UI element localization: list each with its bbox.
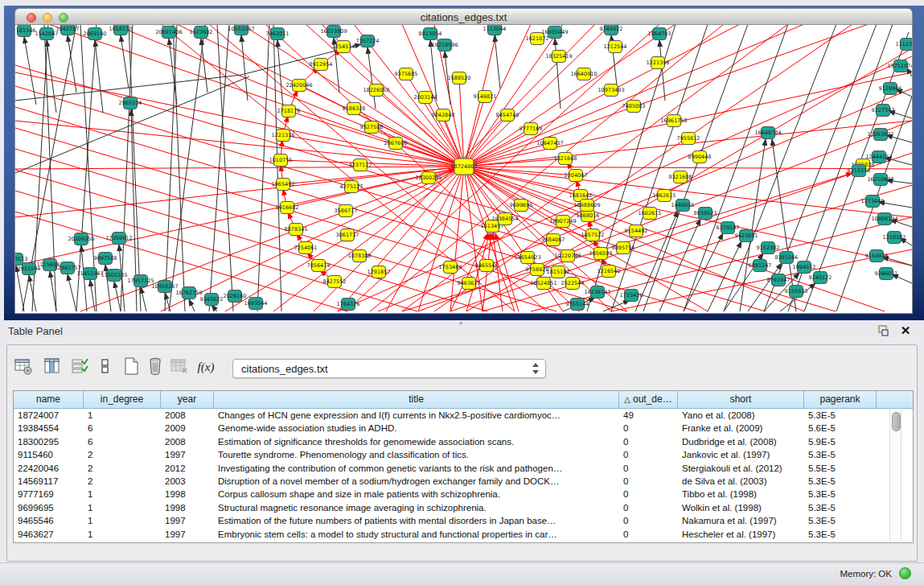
- network-node[interactable]: 10120746: [554, 250, 581, 262]
- network-node[interactable]: 1588520: [448, 72, 471, 84]
- network-node[interactable]: 1112344: [896, 39, 912, 51]
- network-node[interactable]: 8878345: [285, 224, 308, 236]
- network-node[interactable]: 20691406: [155, 27, 182, 39]
- network-node[interactable]: 9245122: [809, 272, 832, 284]
- network-node[interactable]: 1113044: [483, 25, 507, 35]
- network-edge[interactable]: [464, 25, 740, 167]
- network-node[interactable]: 9097588: [94, 253, 117, 265]
- network-node[interactable]: 1856503: [589, 248, 613, 260]
- network-node[interactable]: 8321608: [669, 171, 692, 183]
- network-edge[interactable]: [211, 305, 217, 311]
- network-node[interactable]: 19218596: [431, 39, 458, 51]
- network-node[interactable]: 3586717: [335, 205, 358, 217]
- network-node[interactable]: 8791947: [767, 274, 791, 286]
- network-node[interactable]: 10647437: [536, 138, 563, 150]
- network-node[interactable]: 9129966: [879, 83, 902, 95]
- network-node[interactable]: 1753464: [439, 262, 462, 274]
- network-edge[interactable]: [47, 40, 56, 113]
- delete-columns-icon[interactable]: [146, 356, 166, 377]
- network-node[interactable]: 8454749: [496, 109, 519, 122]
- table-row[interactable]: 1830029562008Estimation of significance …: [14, 435, 913, 448]
- network-node[interactable]: 9227343: [872, 105, 895, 117]
- column-header-out_de[interactable]: △out_de…: [619, 391, 678, 408]
- network-node[interactable]: 7856414: [307, 260, 331, 272]
- network-node[interactable]: 10553257: [228, 25, 254, 35]
- table-row[interactable]: 1872400712008Changes of HCN gene express…: [14, 409, 913, 422]
- network-node[interactable]: 8813054: [419, 28, 442, 40]
- table-selector-dropdown[interactable]: citations_edges.txt: [232, 359, 546, 378]
- network-node[interactable]: 1542047: [35, 28, 59, 40]
- float-panel-icon[interactable]: [876, 324, 890, 337]
- network-graph[interactable]: 1872400718300295151345719384554969969593…: [15, 25, 912, 312]
- network-node[interactable]: 1221336: [272, 130, 295, 142]
- table-row[interactable]: 911546021997Tourette syndrome. Phenomeno…: [14, 448, 913, 461]
- network-window-titlebar[interactable]: citations_edges.txt: [14, 8, 913, 25]
- network-node[interactable]: 1965492: [272, 179, 295, 191]
- network-node[interactable]: 2069140: [84, 28, 107, 40]
- network-node[interactable]: 9327508: [360, 122, 384, 134]
- network-node[interactable]: 18226058: [363, 84, 389, 97]
- network-edge[interactable]: [495, 35, 500, 89]
- network-node[interactable]: 9154492: [625, 225, 648, 237]
- network-node[interactable]: 1733426: [620, 290, 643, 302]
- network-node[interactable]: 7485083: [622, 101, 646, 113]
- network-node[interactable]: 1273449: [861, 196, 885, 208]
- network-node[interactable]: 1210382: [883, 232, 906, 244]
- network-node[interactable]: 7357224: [356, 35, 380, 47]
- table-row[interactable]: 1456911722003Disruption of a novel membe…: [14, 475, 913, 488]
- network-node[interactable]: 10958167: [151, 281, 178, 293]
- network-edge[interactable]: [95, 40, 103, 113]
- scrollbar-thumb[interactable]: [892, 412, 901, 431]
- network-edge[interactable]: [161, 167, 464, 311]
- network-node[interactable]: 16640910: [570, 68, 597, 80]
- network-node[interactable]: 8427552: [323, 276, 347, 288]
- network-node[interactable]: 2905334: [119, 97, 142, 109]
- network-node[interactable]: 1010755: [269, 154, 293, 167]
- close-panel-icon[interactable]: ✕: [898, 324, 913, 337]
- network-node[interactable]: 13505135: [101, 270, 127, 282]
- network-node[interactable]: 1212544: [604, 41, 627, 53]
- network-node[interactable]: 1878388: [348, 250, 372, 262]
- network-node[interactable]: 2204067: [565, 170, 588, 182]
- memory-status-indicator-icon[interactable]: [899, 567, 911, 579]
- table-row[interactable]: 1938455462009Genome-wide association stu…: [14, 422, 913, 435]
- network-node[interactable]: 8938923: [694, 208, 717, 220]
- function-builder-icon[interactable]: f(x): [195, 356, 216, 377]
- network-node[interactable]: 8912954: [310, 59, 333, 71]
- split-pane-handle[interactable]: ▴: [455, 321, 466, 325]
- new-column-icon[interactable]: [121, 356, 142, 377]
- network-edge[interactable]: [464, 167, 912, 169]
- network-edge[interactable]: [15, 167, 464, 169]
- network-edge[interactable]: [740, 139, 766, 311]
- network-node[interactable]: 7254061: [294, 242, 318, 254]
- column-header-title[interactable]: title: [214, 391, 619, 408]
- table-row[interactable]: 946554611997Estimation of the future num…: [14, 514, 913, 527]
- network-view[interactable]: 1872400718300295151345719384554969969593…: [14, 25, 913, 314]
- network-node[interactable]: 9154925: [865, 250, 889, 262]
- network-node[interactable]: 1094512: [793, 262, 816, 274]
- network-edge[interactable]: [368, 47, 376, 109]
- network-node[interactable]: 9146821: [474, 91, 497, 103]
- table-row[interactable]: 969969511998Structural magnetic resonanc…: [14, 501, 913, 514]
- network-node[interactable]: 9152302: [757, 242, 780, 254]
- network-node[interactable]: 4237117: [349, 159, 372, 171]
- network-node[interactable]: 1440955: [671, 200, 695, 212]
- network-node[interactable]: 16782759: [175, 287, 202, 299]
- table-row[interactable]: 2242004622012Investigating the contribut…: [14, 462, 913, 475]
- network-node[interactable]: 2718176: [277, 105, 301, 117]
- select-all-rows-icon[interactable]: [70, 356, 91, 377]
- column-header-year[interactable]: year: [161, 391, 214, 408]
- network-edge[interactable]: [659, 40, 665, 101]
- network-node[interactable]: 2181346: [15, 25, 35, 37]
- network-node[interactable]: 9375685: [395, 68, 418, 80]
- show-hide-columns-icon[interactable]: [43, 356, 64, 377]
- network-node[interactable]: 9242848: [432, 109, 455, 122]
- network-node[interactable]: 10806134: [871, 213, 897, 225]
- column-header-in_degree[interactable]: in_degree: [84, 391, 161, 408]
- network-node[interactable]: 9246011: [875, 268, 898, 280]
- network-node[interactable]: 1321608: [554, 153, 577, 165]
- table-vertical-scrollbar[interactable]: [889, 410, 901, 541]
- delete-table-icon[interactable]: [170, 356, 191, 377]
- table-options-icon[interactable]: [14, 356, 35, 377]
- unselect-all-rows-icon[interactable]: [96, 356, 117, 377]
